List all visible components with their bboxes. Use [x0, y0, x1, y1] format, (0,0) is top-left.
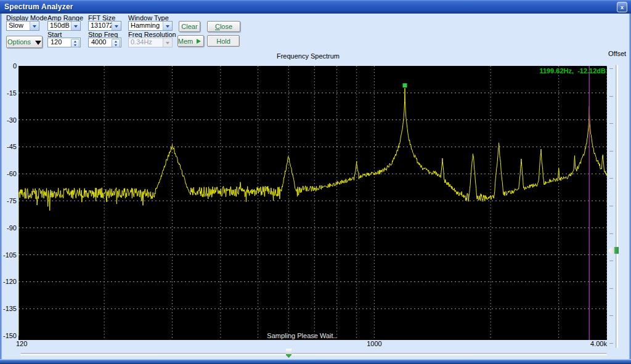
- y-axis-tick-label: -15: [2, 89, 17, 97]
- offset-slider-track[interactable]: [616, 65, 617, 348]
- spectrum-plot-svg: [18, 66, 607, 340]
- chevron-down-icon[interactable]: [71, 22, 80, 30]
- window-type-value: Hamming: [131, 22, 160, 29]
- stop-freq-spinner: [112, 39, 120, 47]
- clear-button[interactable]: Clear: [179, 21, 200, 32]
- y-axis-tick-label: -120: [2, 278, 17, 285]
- freq-resolution-select: 0.34Hz: [128, 38, 173, 47]
- y-axis-tick-label: -105: [2, 251, 17, 259]
- y-axis-tick-label: -45: [2, 143, 17, 150]
- y-axis-tick-label: -150: [2, 332, 17, 339]
- amp-range-value: 150dB: [50, 22, 70, 29]
- options-dropdown-icon: [35, 41, 41, 48]
- spin-down-button[interactable]: [112, 43, 120, 47]
- spectrum-plot[interactable]: 1199.62Hz, -12.12dB Sampling Please Wait…: [18, 66, 607, 340]
- stop-freq-input[interactable]: 4000: [88, 38, 121, 47]
- close-button-label-initial: C: [215, 23, 220, 30]
- close-icon: x: [621, 4, 624, 10]
- stop-freq-value: 4000: [91, 38, 106, 46]
- play-icon: [197, 39, 203, 44]
- mem-button-label: Mem: [178, 38, 193, 45]
- close-button[interactable]: Close: [207, 21, 240, 32]
- title-bar[interactable]: Spectrum Analyzer x: [0, 0, 631, 14]
- amp-range-select[interactable]: 150dB: [47, 21, 81, 31]
- options-button-label: Options: [7, 38, 31, 46]
- offset-slider-ticks: [609, 68, 613, 346]
- mem-button[interactable]: Mem: [177, 35, 204, 47]
- spectrum-analyzer-window: Spectrum Analyzer x Display Mode Slow Op…: [0, 0, 631, 364]
- chevron-down-icon[interactable]: [30, 22, 39, 30]
- freq-resolution-value: 0.34Hz: [131, 38, 152, 46]
- window-body: Display Mode Slow Options Amp Range 150d…: [2, 14, 629, 359]
- freq-slider-track[interactable]: [20, 353, 607, 355]
- start-freq-value: 120: [51, 38, 62, 46]
- freq-slider-thumb[interactable]: [286, 349, 291, 358]
- plot-title: Frequency Spectrum: [18, 52, 598, 60]
- y-axis-tick-label: -90: [2, 224, 17, 232]
- chevron-down-icon: [163, 38, 172, 47]
- start-freq-input[interactable]: 120: [47, 38, 81, 47]
- window-border-bottom: [0, 359, 631, 364]
- status-text: Sampling Please Wait..: [18, 332, 585, 339]
- spectrum-trace: [18, 88, 607, 336]
- y-axis-tick-label: -75: [2, 197, 17, 204]
- peak-marker-icon[interactable]: [403, 83, 407, 87]
- x-axis-tick-label: 4.00k: [576, 340, 607, 347]
- window-type-select[interactable]: Hamming: [128, 21, 173, 31]
- y-axis-tick-label: 0: [2, 62, 17, 70]
- window-close-button[interactable]: x: [617, 2, 627, 12]
- window-title: Spectrum Analyzer: [4, 2, 73, 11]
- hold-button[interactable]: Hold: [207, 35, 240, 47]
- hold-button-label: Hold: [216, 38, 230, 45]
- x-axis-tick-label: 120: [16, 340, 27, 347]
- spin-down-button[interactable]: [71, 43, 79, 47]
- window-border-left: [0, 14, 2, 359]
- fft-size-select[interactable]: 131072: [88, 21, 121, 31]
- options-button[interactable]: Options: [6, 36, 43, 48]
- y-axis-tick-label: -135: [2, 305, 17, 312]
- start-spinner: [71, 39, 79, 47]
- offset-label: Offset: [608, 50, 626, 57]
- chevron-down-icon[interactable]: [163, 22, 172, 30]
- cursor-readout: 1199.62Hz, -12.12dB: [539, 67, 606, 75]
- close-button-label: lose: [220, 23, 232, 30]
- y-axis-tick-label: -60: [2, 170, 17, 177]
- y-axis-tick-label: -30: [2, 116, 17, 124]
- chevron-down-icon[interactable]: [112, 22, 121, 30]
- fft-size-value: 131072: [91, 22, 113, 29]
- x-axis-tick-label: 1000: [356, 340, 393, 347]
- display-mode-select[interactable]: Slow: [6, 21, 39, 31]
- display-mode-value: Slow: [9, 22, 23, 29]
- clear-button-label: Clear: [181, 23, 197, 30]
